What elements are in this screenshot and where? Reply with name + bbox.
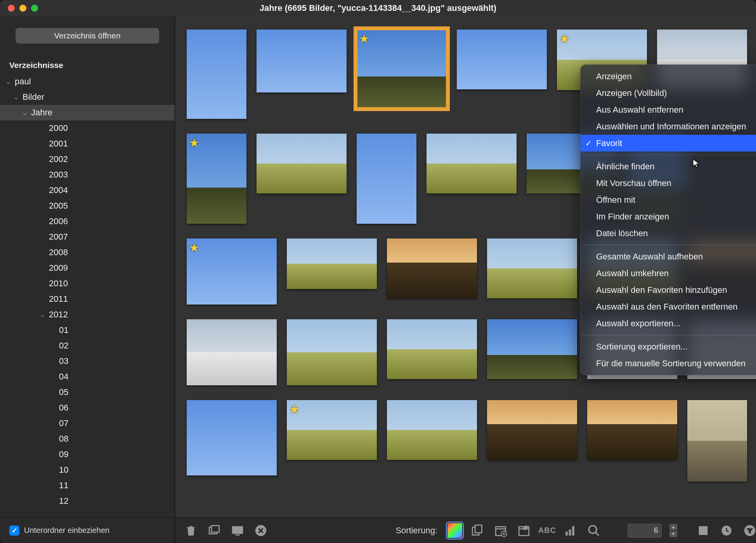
- tree-item-2010[interactable]: 2010: [0, 276, 175, 291]
- tree-item-2001[interactable]: 2001: [0, 136, 175, 151]
- thumbnail[interactable]: [187, 319, 277, 385]
- thumbnail[interactable]: ★: [357, 30, 447, 108]
- menu-item[interactable]: Aus Auswahl entfernen: [581, 101, 756, 118]
- menu-item[interactable]: Im Finder anzeigen: [581, 208, 756, 225]
- tree-item-2008[interactable]: 2008: [0, 245, 175, 260]
- menu-item[interactable]: ✓Favorit: [581, 135, 756, 151]
- tree-item-2003[interactable]: 2003: [0, 167, 175, 183]
- thumbnail[interactable]: [387, 400, 477, 460]
- menu-item[interactable]: Datei löschen: [581, 225, 756, 242]
- stepper-up[interactable]: ▲: [669, 524, 677, 530]
- menu-item-label: Anzeigen (Vollbild): [596, 88, 667, 98]
- tree-item-label: 2009: [49, 263, 68, 273]
- tree-item-05[interactable]: 05: [0, 385, 175, 400]
- tree-item-09[interactable]: 09: [0, 447, 175, 462]
- tree-item-11[interactable]: 11: [0, 478, 175, 493]
- menu-item[interactable]: Auswählen und Informationen anzeigen: [581, 118, 756, 135]
- include-subfolders-checkbox[interactable]: ✓: [9, 526, 19, 536]
- expander-icon[interactable]: ⌵: [21, 109, 29, 117]
- tree-item-2004[interactable]: 2004: [0, 183, 175, 198]
- tree-item-2007[interactable]: 2007: [0, 229, 175, 245]
- menu-item[interactable]: Auswahl umkehren: [581, 265, 756, 282]
- search-icon[interactable]: [586, 522, 602, 539]
- close-circle-icon[interactable]: [253, 522, 269, 539]
- thumbnail[interactable]: [257, 134, 347, 193]
- tree-item-06[interactable]: 06: [0, 400, 175, 416]
- thumbnail[interactable]: [687, 400, 747, 482]
- thumbnail[interactable]: [487, 319, 577, 379]
- menu-item[interactable]: Auswahl aus den Favoriten entfernen: [581, 298, 756, 315]
- stepper-down[interactable]: ▼: [669, 531, 677, 537]
- thumbnail[interactable]: [357, 134, 416, 224]
- sort-size-icon[interactable]: [562, 522, 579, 539]
- sidebar: Verzeichnis öffnen Verzeichnisse ⌵paul⌵B…: [0, 16, 175, 543]
- sort-name-icon[interactable]: ABC: [539, 522, 555, 539]
- tree-item-02[interactable]: 02: [0, 338, 175, 353]
- thumbnail[interactable]: [287, 319, 377, 385]
- menu-item[interactable]: Auswahl den Favoriten hinzufügen: [581, 282, 756, 298]
- tree-item-01[interactable]: 01: [0, 322, 175, 338]
- menu-item[interactable]: Ähnliche finden: [581, 158, 756, 175]
- expander-icon[interactable]: ⌵: [39, 311, 47, 318]
- tree-item-paul[interactable]: ⌵paul: [0, 74, 175, 89]
- tree-item-label: paul: [15, 77, 31, 87]
- aspect-icon[interactable]: [695, 522, 711, 539]
- check-icon: ✓: [585, 139, 592, 148]
- stack-icon[interactable]: [206, 522, 222, 539]
- tree-item-07[interactable]: 07: [0, 416, 175, 431]
- tree-item-2012[interactable]: ⌵2012: [0, 307, 175, 322]
- tree-item-10[interactable]: 10: [0, 462, 175, 478]
- columns-input[interactable]: [628, 524, 662, 538]
- columns-stepper[interactable]: ▲ ▼: [669, 524, 677, 537]
- thumbnail[interactable]: [427, 134, 517, 193]
- sort-date-created-icon[interactable]: [492, 522, 509, 539]
- expander-icon[interactable]: ⌵: [5, 78, 12, 85]
- thumbnail[interactable]: [287, 238, 377, 289]
- tree-item-2011[interactable]: 2011: [0, 291, 175, 307]
- menu-item[interactable]: Öffnen mit›: [581, 191, 756, 208]
- tree-item-2006[interactable]: 2006: [0, 214, 175, 229]
- tree-item-2009[interactable]: 2009: [0, 260, 175, 276]
- thumbnail[interactable]: ★: [187, 238, 277, 305]
- thumbnail[interactable]: [457, 30, 547, 89]
- tree-item-2005[interactable]: 2005: [0, 198, 175, 214]
- menu-item[interactable]: Für die manuelle Sortierung verwenden: [581, 355, 756, 372]
- thumbnail[interactable]: [487, 400, 577, 460]
- thumbnail[interactable]: ★: [287, 400, 377, 460]
- menu-item[interactable]: Gesamte Auswahl aufheben: [581, 248, 756, 265]
- tree-item-label: 10: [59, 465, 68, 475]
- menu-item[interactable]: Anzeigen (Vollbild): [581, 85, 756, 101]
- expander-icon[interactable]: ⌵: [12, 94, 20, 101]
- tree-item-2000[interactable]: 2000: [0, 120, 175, 136]
- thumbnail[interactable]: [257, 30, 347, 92]
- tree-item-08[interactable]: 08: [0, 431, 175, 447]
- tree-item-03[interactable]: 03: [0, 353, 175, 369]
- sort-date-modified-icon[interactable]: [516, 522, 532, 539]
- tree-item-bilder[interactable]: ⌵Bilder: [0, 89, 175, 105]
- thumbnail[interactable]: [187, 400, 277, 475]
- tree-item-2002[interactable]: 2002: [0, 151, 175, 167]
- menu-item[interactable]: Auswahl exportieren...: [581, 315, 756, 332]
- menu-item[interactable]: Mit Vorschau öffnen: [581, 175, 756, 191]
- svg-point-16: [589, 526, 596, 533]
- menu-item[interactable]: Anzeigen: [581, 68, 756, 85]
- thumbnail[interactable]: [387, 238, 477, 298]
- tree-item-jahre[interactable]: ⌵Jahre: [0, 105, 175, 120]
- thumbnail[interactable]: [487, 238, 577, 298]
- open-directory-button[interactable]: Verzeichnis öffnen: [16, 28, 159, 44]
- tree-item-04[interactable]: 04: [0, 369, 175, 385]
- filter-icon[interactable]: [742, 522, 756, 539]
- thumbnail[interactable]: [387, 319, 477, 379]
- sort-by-color-button[interactable]: [447, 523, 462, 538]
- tree-item-12[interactable]: 12: [0, 493, 175, 509]
- fullscreen-icon[interactable]: [229, 522, 246, 539]
- menu-item[interactable]: Sortierung exportieren...: [581, 338, 756, 355]
- trash-icon[interactable]: [183, 522, 199, 539]
- thumbnail[interactable]: ★: [187, 134, 246, 224]
- thumbnail[interactable]: [187, 30, 246, 119]
- clock-icon[interactable]: [718, 522, 735, 539]
- directory-tree[interactable]: ⌵paul⌵Bilder⌵Jahre2000200120022003200420…: [0, 74, 175, 517]
- thumbnail[interactable]: [587, 400, 677, 460]
- context-menu[interactable]: AnzeigenAnzeigen (Vollbild)Aus Auswahl e…: [580, 64, 756, 375]
- sort-copy-icon[interactable]: [469, 522, 486, 539]
